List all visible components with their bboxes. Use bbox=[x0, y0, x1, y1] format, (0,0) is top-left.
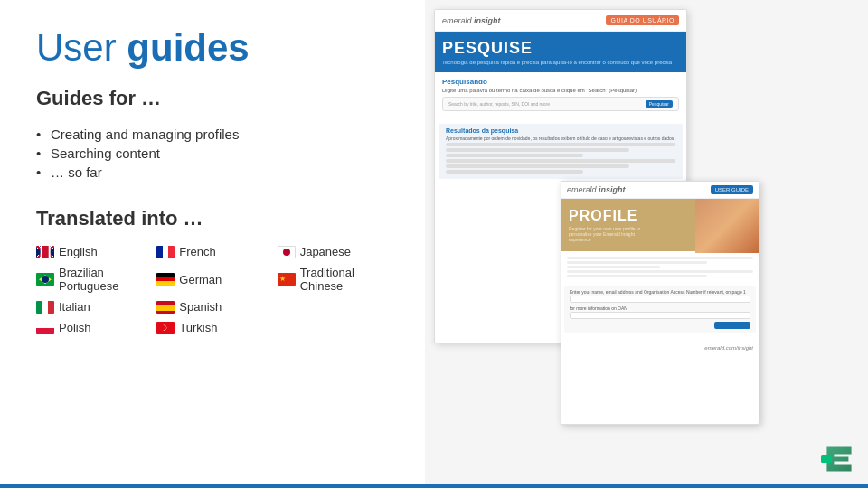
form-label-2: for more information on OAN bbox=[570, 305, 750, 311]
pesquisando-title: Pesquisando bbox=[442, 78, 679, 86]
profile-image bbox=[695, 199, 759, 253]
flag-br bbox=[36, 273, 54, 286]
results-title: Resultados da pesquisa bbox=[446, 127, 675, 134]
results-desc: Aproximadamente por ordem de novidade, o… bbox=[446, 136, 675, 141]
content-line bbox=[567, 275, 707, 277]
flag-jp bbox=[278, 246, 296, 258]
bullet-list: Creating and managing profiles Searching… bbox=[36, 125, 389, 182]
search-placeholder: Search by title, author, reports, SIN, D… bbox=[448, 101, 550, 107]
profile-form: Enter your name, email address and Organ… bbox=[564, 286, 756, 333]
lang-turkish: Turkish bbox=[156, 319, 268, 336]
result-line bbox=[446, 159, 675, 163]
user-guide-badge: USER GUIDE bbox=[711, 185, 753, 194]
lang-label: Traditional Chinese bbox=[300, 266, 389, 293]
lang-empty2 bbox=[278, 319, 389, 336]
title-part2: guides bbox=[127, 26, 249, 69]
form-label-1: Enter your name, email address and Organ… bbox=[570, 289, 750, 295]
lang-label: English bbox=[59, 245, 98, 258]
lang-label: Polish bbox=[59, 321, 90, 334]
pesquisando-desc: Digite uma palavra ou termo na caixa de … bbox=[442, 88, 679, 93]
result-line bbox=[446, 164, 629, 168]
languages-grid: English French Japanese Brazilian Portug… bbox=[36, 243, 389, 336]
list-item: Searching content bbox=[36, 144, 389, 163]
emerald-e-logo bbox=[821, 441, 857, 477]
content-line bbox=[567, 257, 753, 259]
guides-heading: Guides for … bbox=[36, 87, 389, 110]
flag-uk bbox=[36, 246, 54, 258]
page-title: User guides bbox=[36, 27, 389, 69]
lang-japanese: Japanese bbox=[278, 243, 389, 260]
lang-traditional-chinese: Traditional Chinese bbox=[278, 264, 389, 295]
result-line bbox=[446, 143, 675, 146]
guide-badge: GUIA DO USUÁRIO bbox=[606, 15, 679, 25]
flag-fr bbox=[156, 246, 175, 258]
svg-rect-0 bbox=[821, 455, 832, 463]
pesquise-subtitle: Tecnologia de pesquisa rápida e precisa … bbox=[442, 60, 679, 65]
lang-label: Turkish bbox=[179, 321, 217, 334]
results-section: Resultados da pesquisa Aproximadamente p… bbox=[439, 124, 683, 179]
content-line bbox=[567, 270, 753, 273]
emerald-logo-2: emerald insight bbox=[567, 185, 626, 194]
lang-german: German bbox=[156, 264, 268, 295]
screenshot-header: emerald insight GUIA DO USUÁRIO bbox=[435, 10, 686, 32]
list-item: Creating and managing profiles bbox=[36, 125, 389, 144]
list-item: … so far bbox=[36, 163, 389, 182]
flag-de bbox=[156, 273, 175, 286]
result-line bbox=[446, 154, 583, 157]
lang-label: Japanese bbox=[300, 245, 351, 258]
left-panel: User guides Guides for … Creating and ma… bbox=[0, 0, 425, 488]
lang-polish: Polish bbox=[36, 319, 147, 336]
bottom-line bbox=[0, 484, 868, 488]
flag-cn bbox=[278, 273, 296, 286]
screenshot-profile-guide: emerald insight USER GUIDE PROFILE Regis… bbox=[561, 181, 760, 425]
search-btn-mock: Pesquisar bbox=[646, 100, 673, 108]
search-bar-mock: Search by title, author, reports, SIN, D… bbox=[442, 97, 679, 111]
profile-banner: PROFILE Register for your own user profi… bbox=[561, 199, 759, 251]
flag-tr bbox=[156, 322, 175, 334]
flag-pl bbox=[36, 322, 54, 334]
screenshot-container: emerald insight GUIA DO USUÁRIO PESQUISE… bbox=[425, 0, 868, 488]
pesquisando-section: Pesquisando Digite uma palavra ou termo … bbox=[435, 72, 686, 120]
content-line bbox=[567, 261, 707, 264]
form-input-mock bbox=[570, 296, 750, 303]
lang-italian: Italian bbox=[36, 298, 147, 315]
result-line bbox=[446, 170, 583, 174]
lang-label: German bbox=[179, 273, 222, 286]
emerald-url: emerald.com/insight bbox=[704, 345, 753, 351]
content-line bbox=[567, 266, 660, 268]
lang-label: Spanish bbox=[179, 300, 222, 314]
right-panel: emerald insight GUIA DO USUÁRIO PESQUISE… bbox=[425, 0, 868, 488]
pesquise-banner: PESQUISE Tecnologia de pesquisa rápida e… bbox=[435, 32, 686, 72]
form-input-mock-2 bbox=[570, 312, 750, 319]
lang-label: French bbox=[179, 245, 215, 258]
form-register-btn bbox=[714, 322, 750, 329]
profile-subtitle: Register for your own user profile to pe… bbox=[569, 226, 650, 242]
lang-label: Italian bbox=[59, 300, 90, 314]
emerald-logo: emerald insight bbox=[442, 16, 501, 25]
flag-es bbox=[156, 301, 175, 314]
lang-english: English bbox=[36, 243, 147, 260]
profile-header: emerald insight USER GUIDE bbox=[561, 182, 759, 199]
pesquise-title: PESQUISE bbox=[442, 39, 679, 58]
lang-french: French bbox=[156, 243, 268, 260]
result-line bbox=[446, 148, 629, 152]
lang-brazilian-portuguese: Brazilian Portuguese bbox=[36, 264, 147, 295]
profile-content bbox=[561, 251, 759, 283]
lang-label: Brazilian Portuguese bbox=[59, 266, 147, 293]
title-part1: User bbox=[36, 26, 127, 69]
lang-empty bbox=[278, 298, 389, 315]
flag-it bbox=[36, 301, 54, 314]
translated-heading: Translated into … bbox=[36, 207, 389, 230]
lang-spanish: Spanish bbox=[156, 298, 268, 315]
